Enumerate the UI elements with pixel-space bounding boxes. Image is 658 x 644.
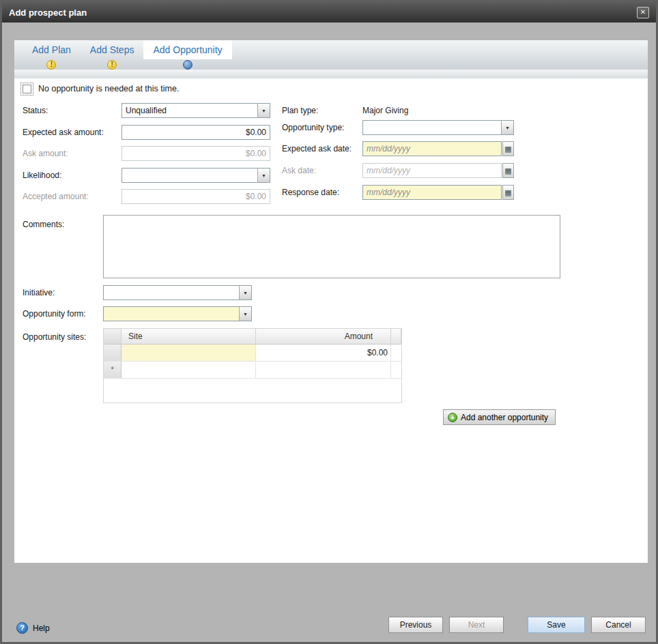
new-row-marker[interactable]: * bbox=[104, 362, 121, 379]
status-select[interactable]: Unqualified ▼ bbox=[121, 103, 270, 118]
status-label: Status: bbox=[23, 103, 48, 118]
no-opportunity-checkbox[interactable] bbox=[23, 85, 31, 93]
add-icon: + bbox=[448, 413, 457, 422]
close-button[interactable]: ✕ bbox=[637, 7, 649, 18]
content-panel: No opportunity is needed at this time. S… bbox=[14, 70, 648, 563]
row-filler-cell bbox=[391, 345, 401, 362]
opportunity-form-value bbox=[104, 307, 239, 321]
chevron-down-icon[interactable]: ▼ bbox=[501, 121, 513, 134]
tab-add-plan[interactable]: Add Plan ! bbox=[23, 40, 81, 70]
warning-icon: ! bbox=[107, 60, 117, 70]
likelihood-label: Likelihood: bbox=[23, 168, 61, 183]
save-button[interactable]: Save bbox=[528, 617, 585, 633]
help-icon: ? bbox=[16, 622, 28, 634]
comments-label: Comments: bbox=[23, 217, 64, 232]
chevron-down-icon[interactable]: ▼ bbox=[257, 104, 270, 117]
tab-add-opportunity[interactable]: Add Opportunity bbox=[143, 40, 231, 70]
previous-button[interactable]: Previous bbox=[388, 617, 443, 633]
ask-amount-label: Ask amount: bbox=[23, 146, 68, 161]
response-date-label: Response date: bbox=[282, 185, 339, 200]
no-opportunity-label: No opportunity is needed at this time. bbox=[38, 84, 179, 93]
accepted-amount-label: Accepted amount: bbox=[23, 189, 89, 204]
site-cell[interactable] bbox=[121, 345, 256, 362]
site-column-header[interactable]: Site bbox=[121, 329, 256, 345]
accepted-amount-input bbox=[121, 189, 270, 204]
add-another-opportunity-label: Add another opportunity bbox=[461, 413, 548, 422]
likelihood-value bbox=[122, 169, 257, 182]
help-label: Help bbox=[33, 624, 50, 633]
status-value: Unqualified bbox=[122, 104, 257, 117]
chevron-down-icon[interactable]: ▼ bbox=[239, 307, 251, 321]
add-another-opportunity-button[interactable]: + Add another opportunity bbox=[443, 409, 556, 425]
amount-cell[interactable]: $0.00 bbox=[256, 345, 391, 362]
plan-type-value: Major Giving bbox=[362, 103, 408, 118]
opportunity-sites-grid: Site Amount $0.00 * bbox=[103, 328, 402, 403]
site-cell[interactable] bbox=[121, 362, 256, 379]
dialog-titlebar: Add prospect plan ✕ bbox=[2, 2, 656, 23]
opportunity-type-value bbox=[363, 121, 501, 134]
initiative-select[interactable]: ▼ bbox=[103, 285, 252, 300]
cancel-button[interactable]: Cancel bbox=[591, 617, 646, 633]
add-prospect-plan-dialog: Add prospect plan ✕ Add Plan ! Add Steps… bbox=[0, 0, 658, 644]
opportunity-type-select[interactable]: ▼ bbox=[362, 120, 514, 135]
expected-ask-date-input[interactable] bbox=[362, 141, 502, 156]
initiative-value bbox=[104, 286, 239, 299]
plan-type-label: Plan type: bbox=[282, 103, 318, 118]
ask-date-label: Ask date: bbox=[282, 163, 316, 178]
no-opportunity-row: No opportunity is needed at this time. bbox=[23, 83, 179, 94]
tab-add-steps-label: Add Steps bbox=[81, 40, 144, 59]
close-icon: ✕ bbox=[640, 8, 646, 16]
tab-add-opportunity-label: Add Opportunity bbox=[143, 40, 231, 59]
tab-add-plan-label: Add Plan bbox=[23, 40, 81, 59]
current-tab-indicator-icon bbox=[183, 60, 192, 70]
ask-amount-input bbox=[121, 146, 270, 161]
expected-ask-date-label: Expected ask date: bbox=[282, 141, 352, 156]
opportunity-type-label: Opportunity type: bbox=[282, 120, 344, 135]
dialog-footer: ? Help Previous Next Save Cancel bbox=[2, 609, 656, 642]
footer-buttons: Previous Next Save Cancel bbox=[382, 617, 646, 633]
grid-corner-cell bbox=[104, 329, 121, 345]
row-selector-cell[interactable] bbox=[104, 345, 121, 362]
calendar-icon[interactable]: ▦ bbox=[502, 141, 514, 156]
calendar-icon: ▦ bbox=[502, 163, 514, 178]
ask-date-input bbox=[362, 163, 502, 178]
grid-header-row: Site Amount bbox=[104, 329, 401, 345]
likelihood-select[interactable]: ▼ bbox=[121, 168, 270, 183]
opportunity-form-select[interactable]: ▼ bbox=[103, 306, 252, 321]
panel-top-strip bbox=[14, 70, 648, 78]
opportunity-form-label: Opportunity form: bbox=[23, 306, 86, 321]
chevron-down-icon[interactable]: ▼ bbox=[257, 169, 270, 182]
grid-row-1: $0.00 bbox=[104, 345, 401, 362]
expected-ask-amount-input[interactable] bbox=[121, 125, 270, 140]
dialog-title: Add prospect plan bbox=[9, 8, 87, 18]
expected-ask-amount-label: Expected ask amount: bbox=[23, 125, 104, 140]
warning-icon: ! bbox=[46, 60, 56, 70]
calendar-icon[interactable]: ▦ bbox=[502, 185, 514, 200]
opportunity-sites-label: Opportunity sites: bbox=[23, 330, 86, 345]
tab-strip: Add Plan ! Add Steps ! Add Opportunity bbox=[14, 40, 648, 70]
initiative-label: Initiative: bbox=[23, 285, 55, 300]
grid-row-new: * bbox=[104, 362, 401, 379]
help-link[interactable]: ? Help bbox=[16, 622, 50, 634]
chevron-down-icon[interactable]: ▼ bbox=[239, 286, 251, 299]
tab-add-steps[interactable]: Add Steps ! bbox=[81, 40, 144, 70]
amount-column-header[interactable]: Amount bbox=[256, 329, 391, 345]
next-button: Next bbox=[449, 617, 504, 633]
row-filler-cell bbox=[391, 362, 401, 379]
comments-textarea[interactable] bbox=[103, 215, 560, 278]
header-filler-cell bbox=[391, 329, 401, 345]
response-date-input[interactable] bbox=[362, 185, 502, 200]
amount-cell[interactable] bbox=[256, 362, 391, 379]
